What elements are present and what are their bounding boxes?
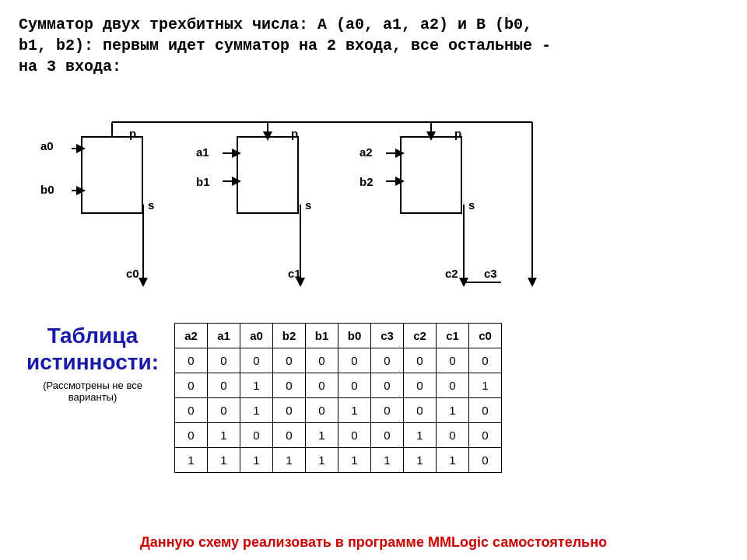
bottom-section: Таблица истинности: (Рассмотрены не все …	[19, 323, 728, 473]
table-cell: 0	[208, 348, 240, 373]
table-cell: 0	[469, 348, 502, 373]
label-p2: p	[291, 127, 298, 140]
table-row: 0100100100	[175, 423, 502, 448]
table-cell: 0	[273, 373, 306, 398]
label-c3: c3	[484, 267, 497, 280]
table-cell: 0	[273, 398, 306, 423]
truth-table-main-label: Таблица истинности:	[19, 323, 167, 375]
table-cell: 1	[306, 448, 338, 473]
footer-text: Данную схему реализовать в программе MML…	[19, 534, 728, 551]
table-header-cell: b0	[338, 324, 371, 348]
table-cell: 0	[338, 348, 371, 373]
label-a0: a0	[40, 139, 54, 152]
label-a1: a1	[196, 145, 209, 159]
table-cell: 1	[469, 373, 502, 398]
table-cell: 0	[371, 373, 404, 398]
table-cell: 1	[273, 448, 306, 473]
table-cell: 0	[306, 373, 338, 398]
truth-table-sub-label: (Рассмотрены не все варианты)	[19, 380, 167, 403]
table-cell: 1	[240, 373, 273, 398]
adder-box-2	[237, 136, 299, 214]
table-cell: 0	[404, 373, 437, 398]
label-c0: c0	[126, 267, 139, 280]
table-cell: 1	[371, 448, 404, 473]
table-cell: 1	[240, 448, 273, 473]
page-title: Сумматор двух трехбитных числа: А (a0, a…	[19, 14, 563, 77]
table-cell: 0	[338, 423, 371, 448]
table-cell: 1	[338, 398, 371, 423]
main-container: Сумматор двух трехбитных числа: А (a0, a…	[0, 0, 747, 560]
table-cell: 0	[371, 398, 404, 423]
table-header-cell: a0	[240, 324, 273, 348]
label-p3: p	[454, 127, 461, 140]
table-cell: 0	[175, 423, 208, 448]
table-row: 1111111110	[175, 448, 502, 473]
table-cell: 0	[208, 398, 240, 423]
table-cell: 1	[208, 448, 240, 473]
table-header-cell: c2	[404, 324, 437, 348]
table-cell: 0	[306, 398, 338, 423]
table-row: 0010000001	[175, 373, 502, 398]
label-b2: b2	[359, 175, 374, 188]
table-header-cell: b2	[273, 324, 306, 348]
table-cell: 0	[273, 348, 306, 373]
table-cell: 0	[469, 448, 502, 473]
table-header-cell: c3	[371, 324, 404, 348]
table-cell: 1	[338, 448, 371, 473]
table-cell: 0	[469, 423, 502, 448]
label-s2: s	[305, 198, 311, 212]
table-header-cell: a1	[208, 324, 240, 348]
table-cell: 1	[208, 423, 240, 448]
label-p1: p	[129, 127, 136, 140]
table-cell: 0	[175, 348, 208, 373]
table-cell: 0	[338, 373, 371, 398]
table-cell: 1	[175, 448, 208, 473]
table-body: 0000000000001000000100100100100100100100…	[175, 348, 502, 473]
table-row: 0010010010	[175, 398, 502, 423]
table-cell: 0	[437, 423, 469, 448]
table-header-row: a2a1a0b2b1b0c3c2c1c0	[175, 324, 502, 348]
table-cell: 0	[240, 348, 273, 373]
table-header-cell: b1	[306, 324, 338, 348]
table-cell: 0	[469, 398, 502, 423]
diagram-area: a0 b0 a1 b1 a2 b2 p p p s s s c0 c1 c2 c…	[19, 89, 728, 315]
table-cell: 0	[371, 348, 404, 373]
table-cell: 0	[273, 423, 306, 448]
adder-box-3	[400, 136, 462, 214]
table-cell: 1	[404, 448, 437, 473]
table-cell: 0	[175, 398, 208, 423]
label-b0: b0	[40, 183, 54, 196]
truth-table-label: Таблица истинности: (Рассмотрены не все …	[19, 323, 174, 403]
adder-box-1	[81, 136, 143, 214]
label-b1: b1	[196, 175, 210, 188]
table-cell: 0	[371, 423, 404, 448]
table-header-cell: c1	[437, 324, 469, 348]
table-cell: 0	[240, 423, 273, 448]
table-cell: 0	[175, 373, 208, 398]
table-cell: 1	[404, 423, 437, 448]
table-cell: 0	[404, 348, 437, 373]
table-cell: 0	[306, 348, 338, 373]
table-header-cell: c0	[469, 324, 502, 348]
label-a2: a2	[359, 145, 373, 159]
table-cell: 1	[437, 448, 469, 473]
table-row: 0000000000	[175, 348, 502, 373]
truth-table: a2a1a0b2b1b0c3c2c1c0 0000000000001000000…	[174, 323, 502, 473]
table-cell: 1	[240, 398, 273, 423]
table-cell: 0	[208, 373, 240, 398]
label-s3: s	[468, 198, 475, 212]
label-s1: s	[148, 198, 154, 212]
label-c2: c2	[445, 267, 458, 280]
label-c1: c1	[288, 267, 301, 280]
table-cell: 0	[437, 373, 469, 398]
table-cell: 1	[306, 423, 338, 448]
table-cell: 1	[437, 398, 469, 423]
table-cell: 0	[404, 398, 437, 423]
table-header-cell: a2	[175, 324, 208, 348]
table-cell: 0	[437, 348, 469, 373]
